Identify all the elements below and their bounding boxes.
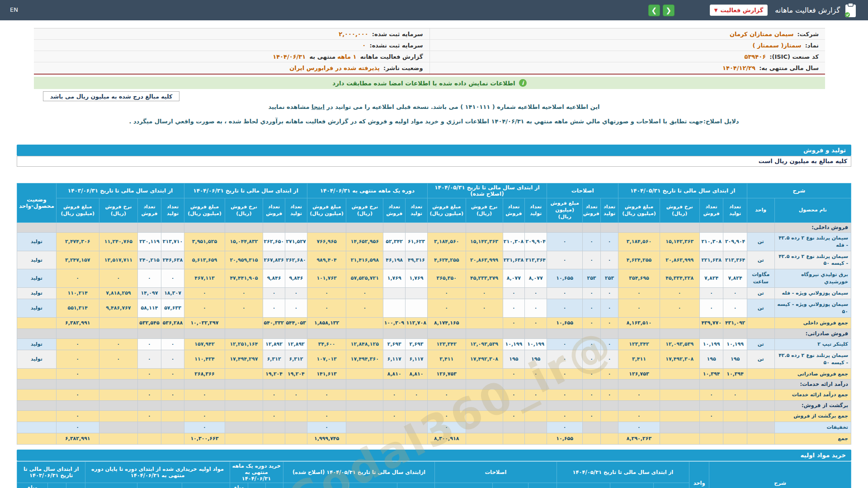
table-cell	[747, 401, 774, 411]
table-cell: ۰	[56, 269, 99, 288]
table-cell: ۲۵۳	[600, 269, 618, 288]
table-cell: ۵۴۴,۰۵۳	[285, 318, 307, 329]
table-cell	[466, 329, 503, 339]
fiscal-year-label: سال مالی منتهی به:	[759, 65, 819, 71]
previous-version-link[interactable]: اینجا	[311, 103, 325, 110]
table-cell: ۰	[346, 288, 383, 299]
unit-cell: تن	[747, 338, 774, 350]
table-cell	[503, 223, 525, 233]
table-cell: ۸,۱۷۴,۱۶۵	[427, 318, 466, 329]
table-cell	[99, 433, 138, 444]
table-cell: ۲۷۱,۵۲۷	[285, 232, 307, 251]
table-cell	[56, 223, 99, 233]
table-cell	[161, 422, 184, 433]
table-cell: ۱۳,۵۱۷,۷۱۱	[99, 251, 138, 269]
table-cell: ۱۱۰,۲۱۴	[56, 288, 99, 299]
column-header: مقدار	[66, 483, 85, 488]
table-cell: ۸,۸۱۰	[406, 368, 428, 380]
product-name-cell: کلینکر تیپ ۲	[774, 338, 851, 350]
page: گزارش فعالیت ماهانه گزارش فعالیت ▼ ❮ ❯ E…	[0, 0, 868, 488]
table-cell: ۱۷,۴۹۴,۲۹۷	[225, 350, 263, 368]
table-cell	[747, 410, 774, 422]
nav-next-button[interactable]: ❮	[663, 5, 675, 16]
table-cell: ۰	[99, 350, 138, 368]
table-cell	[346, 389, 383, 401]
table-cell	[138, 433, 161, 444]
table-cell: ۰	[503, 299, 525, 318]
table-cell	[225, 380, 263, 389]
company-value[interactable]: سیمان ممتازان کرمان	[730, 31, 794, 38]
table-cell	[225, 389, 263, 401]
table-cell	[161, 380, 184, 389]
column-group-header: از ابتدای سال مالی تا تاریخ ۱۴۰۴/۰۵/۳۱	[618, 183, 747, 198]
table-cell: ۰	[600, 299, 618, 318]
table-cell	[723, 329, 747, 339]
column-header: مبلغ فروش (میلیون ریال)	[56, 198, 99, 223]
unit-cell: تن	[747, 350, 774, 368]
section-label-cell: برگشت از فروش:	[774, 401, 851, 411]
table-cell	[161, 223, 184, 233]
column-header: مبلغ (میلیون ریال)	[85, 483, 137, 488]
clipboard-icon	[844, 3, 857, 18]
table-cell: ۰	[723, 389, 747, 401]
table-cell: ۱۴,۰۹۷	[138, 288, 161, 299]
nav-prev-button[interactable]: ❯	[648, 5, 660, 16]
table-cell: ۶,۳۸۲,۹۹۱	[56, 433, 99, 444]
report-type-dropdown[interactable]: گزارش فعالیت ▼	[710, 5, 768, 16]
table-cell	[406, 380, 428, 389]
table-cell	[747, 329, 774, 339]
table-cell	[263, 223, 285, 233]
table-cell: ۲۰۹,۹۰۴	[723, 232, 747, 251]
symbol-value[interactable]: سمتاز( سممتاز )	[753, 42, 802, 49]
report-ending-label: منتهی به	[309, 53, 335, 60]
table-cell: ۰	[56, 338, 99, 350]
correction-notice-text: این اطلاعیه اصلاحیه اطلاعیه شماره ( ۱۴۱۰…	[325, 103, 600, 110]
table-cell	[618, 380, 660, 389]
table-cell: ۰	[525, 318, 547, 329]
capital-registered-cell: سرمایه ثبت شده: ۲,۰۰۰,۰۰۰	[34, 31, 429, 38]
fiscal-year-cell: سال مالی منتهی به: ۱۴۰۴/۱۲/۲۹	[430, 65, 826, 71]
table-cell	[383, 288, 406, 299]
product-name-cell: سیمان پرتلند نوع ۲ رده ۴۲.۵ - فله	[774, 232, 851, 251]
table-cell: ۰	[307, 288, 346, 299]
product-row: سيمان پوزولاني ويژه - کيسه ۵۰تن۰۰۰۰۰۰۰۰۰…	[17, 299, 851, 318]
table-cell	[285, 433, 307, 444]
table-cell: ۱۵۷,۹۴۲	[184, 338, 225, 350]
table-cell	[17, 433, 57, 444]
table-cell	[503, 329, 525, 339]
table-cell: ۰	[547, 232, 583, 251]
table-cell: ۱۱۲,۷۰۸	[406, 318, 428, 329]
table-cell: ۰	[56, 410, 99, 422]
table-cell: ۱,۷۶۹	[383, 269, 406, 288]
table-cell: ۰	[184, 299, 225, 318]
status-cell: تولید	[17, 338, 57, 350]
language-switch-link[interactable]: EN	[10, 6, 18, 13]
production-sales-table: شرحاز ابتدای سال مالی تا تاریخ ۱۴۰۴/۰۵/۳…	[17, 183, 851, 445]
table-cell	[225, 329, 263, 339]
table-cell: ۰	[583, 389, 601, 401]
table-cell	[547, 401, 583, 411]
table-cell	[723, 410, 747, 422]
table-cell: ۰	[547, 368, 583, 380]
column-group-header: خرید دوره یک ماهه منتهی به ۱۴۰۴/۰۶/۳۱	[230, 462, 283, 483]
table-cell: ۰	[184, 288, 225, 299]
table-cell	[285, 380, 307, 389]
table-cell: ۰	[600, 338, 618, 350]
table-cell	[660, 410, 699, 422]
info-icon: i	[519, 79, 527, 87]
section-row: فروش صادراتی:	[17, 329, 851, 339]
column-header: مقدار	[653, 483, 689, 488]
column-header: مبلغ (میلیون ریال)	[283, 483, 349, 488]
table-cell: ۱۴۱,۶۱۳	[307, 368, 346, 380]
isic-cell: کد صنعت (ISIC): ۵۳۹۴۰۶	[430, 53, 826, 60]
table-cell	[660, 433, 699, 444]
table-cell: ۰	[427, 410, 466, 422]
table-cell: ۳۵۴,۶۹۵	[618, 269, 660, 288]
table-cell	[285, 422, 307, 433]
table-cell	[747, 380, 774, 389]
table-cell	[747, 422, 774, 433]
fiscal-year-value: ۱۴۰۴/۱۲/۲۹	[722, 65, 755, 71]
product-name-cell: سيمان پوزولاني ويژه - فله	[774, 288, 851, 299]
product-name-cell: سيمان پوزولاني ويژه - کيسه ۵۰	[774, 299, 851, 318]
table-cell	[346, 422, 383, 433]
